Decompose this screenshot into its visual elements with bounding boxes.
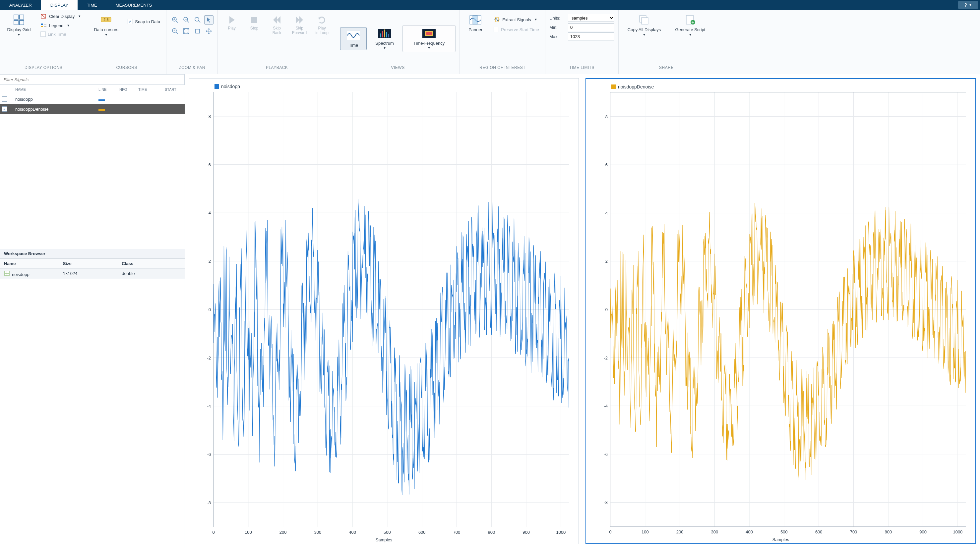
x-tick: 900 xyxy=(920,529,927,534)
checkbox-icon[interactable] xyxy=(2,97,7,102)
legend-text: noisdopp xyxy=(221,84,240,89)
chart-panel-noisdopp-denoise[interactable]: noisdoppDenoise-8-6-4-202468010020030040… xyxy=(585,78,976,544)
zoom-xy-button[interactable] xyxy=(193,27,202,36)
x-tick: 400 xyxy=(746,529,753,534)
svg-rect-3 xyxy=(19,21,24,25)
signal-name: noisdoppDenoise xyxy=(15,107,99,112)
svg-rect-1 xyxy=(19,15,24,19)
play-icon xyxy=(226,14,238,26)
chevron-down-icon: ▼ xyxy=(383,46,386,50)
extract-signals-button[interactable]: Extract Signals ▼ xyxy=(492,15,541,24)
tab-analyzer[interactable]: ANALYZER xyxy=(0,0,41,10)
y-tick: 4 xyxy=(596,210,608,215)
svg-rect-33 xyxy=(388,34,389,37)
x-tick: 400 xyxy=(349,530,356,535)
signal-name: noisdopp xyxy=(15,97,99,102)
zoom-reset-button[interactable] xyxy=(193,15,202,24)
chart-panel-noisdopp[interactable]: noisdopp-8-6-4-2024680100200300400500600… xyxy=(189,78,579,544)
copy-label: Copy All Displays xyxy=(628,27,661,32)
left-panel: NAME LINE INFO TIME START noisdopp noisd… xyxy=(0,74,185,548)
filter-signals-input[interactable] xyxy=(0,75,185,84)
y-tick: 0 xyxy=(596,307,608,312)
units-label: Units: xyxy=(549,16,566,21)
skip-forward-button[interactable]: Skip Forward xyxy=(290,14,309,35)
max-input[interactable] xyxy=(568,32,614,40)
col-name: NAME xyxy=(15,87,99,91)
data-cursors-button[interactable]: 2.5 Data cursors ▼ xyxy=(91,12,121,38)
min-input[interactable] xyxy=(568,23,614,31)
skip-fwd-icon xyxy=(293,14,305,26)
clear-display-button[interactable]: Clear Display ▼ xyxy=(38,12,83,21)
time-freq-icon xyxy=(422,27,436,40)
time-view-button[interactable]: Time xyxy=(340,27,367,50)
copy-icon xyxy=(638,14,650,26)
group-display-options: Display Grid ▼ Clear Display ▼ Legend ▼ … xyxy=(0,10,87,74)
group-zoom-pan: + ZOOM & PAN xyxy=(166,10,218,74)
signal-line xyxy=(213,199,569,495)
panner-button[interactable]: Panner xyxy=(464,12,487,35)
spectrum-view-button[interactable]: Spectrum ▼ xyxy=(371,26,398,51)
svg-rect-2 xyxy=(14,21,18,25)
copy-all-displays-button[interactable]: Copy All Displays ▼ xyxy=(623,12,666,38)
y-tick: -8 xyxy=(199,500,211,505)
svg-text:2.5: 2.5 xyxy=(104,17,109,22)
chevron-down-icon: ▼ xyxy=(105,33,108,37)
snap-to-data-checkbox[interactable]: Snap to Data xyxy=(126,18,162,25)
pan-button[interactable] xyxy=(204,27,213,36)
tab-display[interactable]: DISPLAY xyxy=(41,0,78,10)
svg-rect-31 xyxy=(384,30,385,37)
generate-script-button[interactable]: Generate Script ▼ xyxy=(670,12,710,38)
group-share: Copy All Displays ▼ Generate Script ▼ SH… xyxy=(619,10,714,74)
x-tick: 0 xyxy=(609,529,611,534)
svg-rect-6 xyxy=(41,24,43,25)
skip-back-button[interactable]: Skip Back xyxy=(267,14,287,35)
zoom-in-x-button[interactable] xyxy=(170,15,180,24)
x-tick: 700 xyxy=(453,530,460,535)
group-label: REGION OF INTEREST xyxy=(464,65,541,73)
play-button[interactable]: Play xyxy=(222,14,242,35)
time-frequency-button[interactable]: Time-Frequency ▼ xyxy=(402,25,455,52)
stop-icon xyxy=(248,14,260,26)
legend-button[interactable]: Legend ▼ xyxy=(38,21,83,30)
chevron-down-icon: ▼ xyxy=(535,18,538,21)
signal-color-swatch xyxy=(99,99,105,101)
legend-icon xyxy=(40,22,47,29)
y-tick: -2 xyxy=(596,355,608,360)
tab-measurements[interactable]: MEASUREMENTS xyxy=(107,0,161,10)
svg-rect-36 xyxy=(426,32,432,35)
play-loop-button[interactable]: Play in Loop xyxy=(312,14,332,35)
x-tick: 500 xyxy=(780,529,788,534)
help-button[interactable]: ? ▼ xyxy=(958,1,978,9)
tab-time[interactable]: TIME xyxy=(78,0,107,10)
svg-rect-32 xyxy=(386,32,387,37)
checkbox-icon xyxy=(128,19,133,24)
snap-label: Snap to Data xyxy=(135,19,160,24)
time-view-icon xyxy=(347,30,360,41)
signal-row[interactable]: noisdoppDenoise xyxy=(0,104,185,114)
chevron-down-icon: ▼ xyxy=(428,46,431,50)
checkbox-icon[interactable] xyxy=(2,106,7,112)
fit-to-view-button[interactable] xyxy=(182,27,191,36)
y-tick: 6 xyxy=(199,162,211,167)
spectrum-view-label: Spectrum xyxy=(375,41,394,46)
legend-label: Legend xyxy=(49,23,63,28)
display-grid-button[interactable]: Display Grid ▼ xyxy=(4,12,34,38)
workspace-row[interactable]: noisdopp 1×1024 double xyxy=(0,269,185,279)
x-tick: 300 xyxy=(314,530,321,535)
pointer-button[interactable] xyxy=(204,15,213,24)
y-tick: -4 xyxy=(199,403,211,408)
workspace-browser-title: Workspace Browser xyxy=(0,249,185,259)
col-line: LINE xyxy=(99,87,118,91)
display-grid-label: Display Grid xyxy=(7,27,31,32)
zoom-out-button[interactable] xyxy=(182,15,191,24)
units-select[interactable]: samples xyxy=(568,14,614,22)
x-tick: 600 xyxy=(418,530,426,535)
group-label: PLAYBACK xyxy=(222,65,332,73)
svg-rect-25 xyxy=(196,29,200,33)
zoom-in-button[interactable]: + xyxy=(170,27,180,36)
signal-row[interactable]: noisdopp xyxy=(0,94,185,104)
preserve-label: Preserve Start Time xyxy=(501,27,539,32)
x-tick: 900 xyxy=(522,530,530,535)
stop-button[interactable]: Stop xyxy=(244,14,264,35)
legend-swatch xyxy=(215,84,219,89)
